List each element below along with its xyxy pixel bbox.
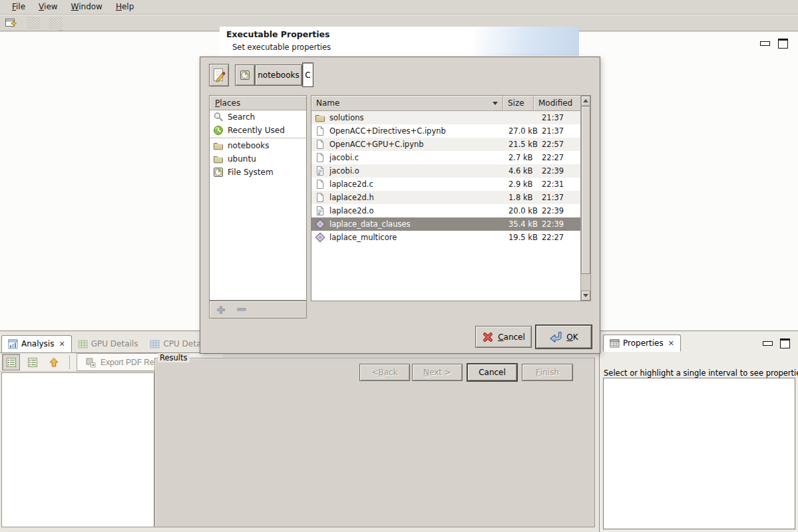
file-row-jacobi-c[interactable]: jacobi.c2.7 kB22:27 [311,151,580,164]
recent-icon [213,125,224,136]
file-size: 21.5 kB [508,140,542,149]
place-item-search[interactable]: Search [210,110,306,124]
place-item-recently-used[interactable]: Recently Used [210,124,306,137]
tab-properties[interactable]: Properties ✕ [603,334,681,352]
file-name: laplace2d.o [329,206,508,215]
search-icon [213,112,224,122]
file-name: laplace2d.h [329,193,508,202]
column-header-size[interactable]: Size [503,96,534,111]
toolbar-separator [69,355,70,369]
file-row-jacobi-o[interactable]: jacobi.o4.6 kB22:39 [311,164,580,178]
places-separator [210,138,306,138]
file-modified: 21:37 [542,113,580,122]
place-item-file-system[interactable]: File System [210,166,306,179]
file-size: 20.0 kB [508,206,542,215]
scrollbar-thumb[interactable] [581,106,590,274]
column-header-name[interactable]: Name [311,96,503,111]
tab-analysis[interactable]: Analysis✕ [1,335,72,352]
places-header[interactable]: Places [210,96,306,110]
uparrow-icon [49,357,59,368]
file-row-laplace2d-c[interactable]: laplace2d.c2.9 kB22:31 [311,178,580,191]
place-label: Recently Used [228,126,285,135]
menu-window[interactable]: Window [65,1,109,13]
place-item-notebooks[interactable]: notebooks [210,139,306,152]
plus-icon [216,305,226,315]
wizard-next-button[interactable]: Next > [412,364,463,381]
current-folder-crumb[interactable]: C [302,63,313,87]
text-file-icon [315,126,325,136]
file-row-laplace-data-clauses[interactable]: laplace_data_clauses35.4 kB22:39 [311,217,580,231]
ok-label: OK [566,332,578,342]
disabled-toolbar-menu-button[interactable]: .. [47,16,64,30]
disabled-toolbar-button[interactable] [25,16,42,30]
gpu-grid-icon [78,339,88,349]
cancelx-icon [482,331,494,343]
place-label: ubuntu [228,154,256,164]
file-modified: 21:37 [542,193,580,202]
text-file-icon [315,139,325,150]
file-size: 27.0 kB [508,126,542,136]
minimize-icon[interactable] [763,341,773,346]
file-size: 4.6 kB [508,166,542,176]
file-modified: 22:39 [542,166,580,176]
triangle-down-icon [583,294,588,297]
file-row-laplace2d-o[interactable]: laplace2d.o20.0 kB22:39 [311,204,580,217]
object-file-icon [315,166,325,176]
file-table-header: NameSizeModified [311,96,580,111]
file-chooser-dialog: notebooksC Places SearchRecently Usednot… [200,57,600,354]
drive-icon [213,167,224,178]
place-label: Search [228,112,255,122]
wizard-finish-button[interactable]: Finish [522,364,573,381]
cancel-label: Cancel [498,332,525,342]
chooser-cancel-button[interactable]: Cancel [475,326,532,348]
wizard-title: Executable Properties [226,29,330,39]
properties-panel: Properties ✕ Select or highlight a singl… [599,331,798,532]
wizard-back-button[interactable]: < Back [359,364,410,381]
wizard-cancel-button[interactable]: Cancel [467,363,518,382]
place-label: File System [228,168,274,177]
maximize-icon[interactable] [778,39,788,49]
new-session-button[interactable] [3,16,20,30]
column-header-modified[interactable]: Modified [534,96,580,111]
type-filename-toggle[interactable] [209,64,229,86]
chooser-ok-button[interactable]: OK [536,325,592,348]
file-modified: 22:39 [542,219,580,229]
close-icon[interactable]: ✕ [668,339,674,348]
column-label: Modified [538,98,572,108]
notebooks-crumb[interactable]: notebooks [255,65,302,86]
file-row-solutions[interactable]: solutions21:37 [311,111,580,124]
outline-view-button-1[interactable] [2,354,20,370]
folder-icon [213,154,224,164]
application-window: FileViewWindowHelp .. Analysis✕GPU Detai… [0,0,798,532]
maximize-icon[interactable] [780,338,790,348]
file-row-laplace-multicore[interactable]: laplace_multicore19.5 kB22:27 [311,231,580,244]
menu-file[interactable]: File [5,1,32,13]
places-list: SearchRecently UsednotebooksubuntuFile S… [210,110,306,179]
file-modified: 22:27 [542,233,580,242]
sort-descending-icon [493,102,498,105]
place-item-ubuntu[interactable]: ubuntu [210,152,306,166]
file-row-laplace2d-h[interactable]: laplace2d.h1.8 kB21:37 [311,191,580,204]
menu-help[interactable]: Help [109,1,140,13]
text-file-icon [315,152,325,163]
file-size: 2.7 kB [508,153,542,162]
scroll-up-button[interactable] [581,96,590,106]
minimize-icon[interactable] [760,41,770,46]
scroll-down-button[interactable] [581,291,590,301]
tab-gpu-details[interactable]: GPU Details [72,335,144,352]
disabled-icon [27,17,40,29]
remove-place-button[interactable] [236,303,247,317]
add-place-button[interactable] [216,303,226,317]
okarrow-icon [549,331,562,342]
menu-view[interactable]: View [32,1,64,13]
up-arrow-button[interactable] [45,354,63,370]
close-icon[interactable]: ✕ [59,340,65,348]
vertical-scrollbar[interactable] [580,96,590,301]
filesystem-crumb[interactable] [235,65,255,86]
menu-bar: FileViewWindowHelp [0,0,798,15]
file-name: laplace_data_clauses [329,219,508,229]
outline-view-button-2[interactable] [23,354,41,370]
file-row-openacc-directives-c-ipynb[interactable]: OpenACC+Directives+C.ipynb27.0 kB21:37 [311,124,580,138]
file-size: 2.9 kB [508,180,542,189]
file-row-openacc-gpu-c-ipynb[interactable]: OpenACC+GPU+C.ipynb21.5 kB22:57 [311,138,580,151]
